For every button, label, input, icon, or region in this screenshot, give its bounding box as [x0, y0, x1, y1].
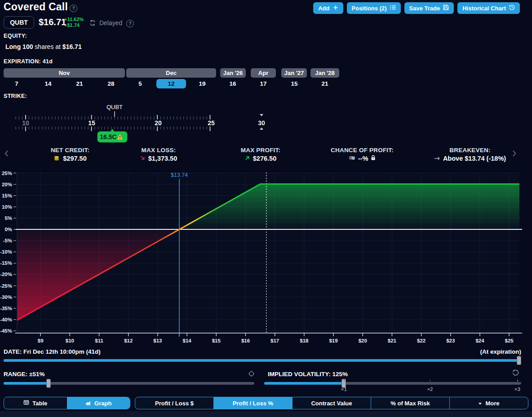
tab-profit-loss[interactable]: Profit / Loss % [213, 397, 292, 409]
expiration-month-jan27[interactable]: Jan '27 [281, 68, 307, 78]
iv-label: IMPLIED VOLATILITY: 125% [268, 371, 348, 377]
historical-chart-label: Historical Chart [462, 5, 506, 12]
svg-text:-25%: -25% [0, 283, 12, 289]
svg-text:$9: $9 [38, 338, 44, 343]
date-slider-handle[interactable] [517, 356, 521, 365]
svg-text:-40%: -40% [0, 317, 12, 322]
strike-label: STRIKE: [4, 93, 27, 99]
svg-text:-35%: -35% [0, 306, 12, 311]
expiration-month-dec[interactable]: Dec [126, 68, 216, 78]
expiration-date-5[interactable]: 5 [128, 79, 153, 88]
expiration-date-21[interactable]: 21 [312, 79, 337, 88]
ticker-symbol-box[interactable]: QUBT [4, 16, 34, 29]
expiration-selector: NovDecJan '26AprJan '27Jan '287142128512… [0, 68, 350, 89]
iv-scale-tick [430, 380, 431, 382]
tab-graph[interactable]: Graph [67, 397, 130, 409]
svg-text:-5%: -5% [3, 238, 12, 243]
svg-text:5%: 5% [4, 215, 12, 221]
iv-scale-tick [344, 380, 345, 382]
expiration-month-apr[interactable]: Apr [251, 68, 276, 78]
svg-text:$24: $24 [475, 338, 484, 343]
equity-position[interactable]: Long 100 shares at $16.71 [5, 43, 82, 50]
page-title: Covered Call [4, 1, 68, 13]
stats-next-icon[interactable] [512, 150, 516, 157]
footer-strip [0, 411, 532, 417]
range-label: RANGE: ±51% [4, 371, 44, 377]
reset-iv-icon[interactable] [512, 369, 519, 378]
help-icon[interactable]: ? [70, 4, 77, 12]
loss-arrow-icon [140, 155, 146, 162]
table-graph-tabs: TableGraph [4, 397, 130, 409]
profit-arrow-icon [245, 155, 250, 162]
iv-scale-tick [517, 380, 518, 382]
at-expiration-label: (At expiration) [480, 348, 521, 355]
expiration-month-jan26[interactable]: Jan '26 [220, 68, 246, 78]
svg-text:$19: $19 [329, 338, 337, 343]
expiration-date-17[interactable]: 17 [251, 79, 276, 88]
stat-net-credit: NET CREDIT:$297.50 [51, 147, 89, 162]
positions-button[interactable]: Positions (2) [347, 2, 401, 14]
svg-text:$15: $15 [212, 338, 221, 343]
add-button[interactable]: Add [313, 2, 343, 14]
lock-icon [371, 155, 376, 162]
svg-text:$10: $10 [66, 338, 74, 343]
date-label: DATE: Fri Dec 12th 10:00pm (41d) [4, 348, 101, 355]
pl-chart[interactable]: $13.74$9$10$11$12$13$14$15$16$17$18$19$2… [0, 170, 532, 346]
graph-icon [85, 399, 91, 407]
expiration-month-nov[interactable]: Nov [4, 68, 125, 78]
save-trade-button[interactable]: Save Trade [404, 2, 454, 14]
expiration-date-16[interactable]: 16 [220, 79, 245, 88]
tab-contract-value[interactable]: Contract Value [292, 397, 371, 409]
svg-text:20: 20 [155, 119, 162, 127]
svg-text:15%: 15% [2, 193, 12, 198]
quote-status: Delayed [99, 19, 122, 26]
expiration-month-jan28[interactable]: Jan '28 [310, 68, 339, 78]
ticker-price: $16.71 [39, 17, 66, 27]
stat-chance-of-profit: CHANCE OF PROFIT:--% [331, 147, 394, 162]
expiration-date-7[interactable]: 7 [4, 79, 29, 88]
svg-text:-30%: -30% [0, 294, 12, 300]
recenter-icon[interactable] [248, 370, 255, 379]
svg-text:-10%: -10% [0, 249, 12, 255]
stat-breakeven: BREAKEVEN:Above $13.74 (-18%) [434, 147, 506, 162]
svg-text:15: 15 [88, 119, 95, 127]
svg-text:$20: $20 [359, 338, 367, 343]
svg-text:$21: $21 [388, 338, 397, 343]
svg-text:$12: $12 [124, 338, 133, 343]
expiration-label: EXPIRATION: 41d [4, 58, 53, 65]
historical-chart-button[interactable]: Historical Chart [457, 2, 520, 14]
plus-icon [333, 5, 338, 12]
expiration-date-28[interactable]: 28 [98, 79, 124, 88]
iv-scale-x2: ×2 [427, 386, 433, 392]
expiration-date-19[interactable]: 19 [190, 79, 215, 88]
tab-profit-loss[interactable]: Profit / Loss $ [135, 397, 213, 409]
dice-icon [349, 155, 355, 162]
expiration-date-12-selected[interactable]: 12 [156, 79, 186, 88]
refresh-icon[interactable] [89, 20, 96, 28]
iv-scale-x1: ×1 [341, 386, 347, 392]
tab-more[interactable]: More [449, 397, 528, 409]
iv-slider[interactable]: ×1×2×3 [264, 382, 521, 385]
arrow-right-icon [434, 155, 440, 162]
range-slider[interactable] [4, 382, 254, 385]
range-slider-handle[interactable] [46, 379, 51, 388]
delayed-help-icon[interactable]: ? [126, 20, 134, 27]
date-slider[interactable] [4, 359, 521, 362]
more-arrow-icon [478, 400, 482, 407]
strike-ruler[interactable]: QUBT101520253016.5C [0, 101, 315, 146]
svg-text:$13: $13 [153, 338, 162, 343]
ticker-change-percent: +11.62% [64, 17, 84, 22]
covered-call-app: Covered Call ? AddPositions (2)Save Trad… [0, 0, 532, 417]
expiration-date-15[interactable]: 15 [282, 79, 307, 88]
tab-of-max-risk[interactable]: % of Max Risk [371, 397, 449, 409]
svg-text:$11: $11 [95, 338, 103, 343]
toolbar: AddPositions (2)Save TradeHistorical Cha… [313, 2, 520, 14]
coins-icon [53, 155, 60, 162]
svg-text:$25: $25 [505, 338, 514, 343]
expiration-date-21[interactable]: 21 [67, 79, 92, 88]
expiration-date-14[interactable]: 14 [35, 79, 61, 88]
svg-text:0%: 0% [4, 227, 12, 232]
svg-text:$18: $18 [300, 338, 309, 343]
tab-table[interactable]: Table [4, 397, 67, 409]
svg-text:30: 30 [258, 119, 265, 127]
